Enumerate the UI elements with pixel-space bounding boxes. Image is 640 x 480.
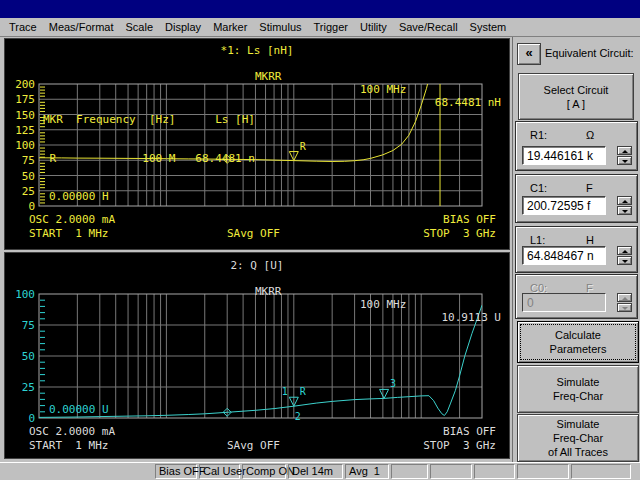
y-tick-label: 0	[7, 200, 35, 213]
simulate-freq-char-button[interactable]: SimulateFreq-Char	[517, 365, 639, 413]
field-group-c1: C1:F	[515, 174, 638, 223]
y-tick-label: 75	[7, 154, 35, 167]
spin-down-button[interactable]	[617, 206, 632, 215]
menu-display[interactable]: Display	[159, 21, 207, 33]
y-tick-label: 100	[7, 288, 35, 301]
y-tick-label: 50	[7, 350, 35, 363]
osc-level: OSC 2.0000 mA	[29, 425, 115, 438]
marker-name: MKRR	[255, 285, 282, 298]
osc-level: OSC 2.0000 mA	[29, 213, 115, 226]
status-empty-cell	[474, 464, 515, 479]
reference-value: 0.00000 U	[49, 403, 109, 416]
y-tick-label: 75	[7, 319, 35, 332]
stop-frequency: STOP 3 GHz	[423, 439, 496, 452]
marker-value: 10.9113 U	[441, 311, 501, 324]
spin-down-button[interactable]	[617, 256, 632, 265]
marker-frequency: 100 MHz	[360, 298, 406, 311]
collapse-sidebar-button[interactable]: «	[517, 43, 541, 65]
button-label: Simulate	[557, 417, 600, 431]
button-label: Simulate	[557, 375, 600, 389]
field-input-c1[interactable]	[522, 196, 606, 215]
y-tick-label: 125	[7, 124, 35, 137]
marker-name: MKRR	[255, 70, 282, 83]
button-label: Freq-Char	[553, 431, 603, 445]
status-empty-cell	[571, 464, 631, 479]
bias-status: BIAS OFF	[443, 213, 496, 226]
simulate-freq-char-of-all-traces-button[interactable]: SimulateFreq-Charof All Traces	[517, 414, 639, 462]
equivalent-circuit-sidebar: « Equivalent Circuit: Select Circuit[ A …	[512, 37, 640, 462]
marker-table-row: R 100 M 68.4481 n	[43, 152, 255, 165]
bias-status: BIAS OFF	[443, 425, 496, 438]
field-label: R1:	[530, 129, 547, 141]
status-bias-off: Bias OFF	[155, 464, 197, 479]
field-unit: Ω	[586, 129, 594, 141]
spin-up-button[interactable]	[617, 293, 632, 302]
field-label: L1:	[530, 234, 545, 246]
button-label: Calculate	[555, 328, 601, 342]
select-circuit-button[interactable]: Select Circuit[ A ]	[518, 73, 634, 120]
svg-text:1: 1	[282, 386, 288, 397]
sidebar-title: Equivalent Circuit:	[545, 47, 634, 59]
menu-meas-format[interactable]: Meas/Format	[43, 21, 120, 33]
spin-down-button[interactable]	[617, 303, 632, 312]
y-tick-label: 200	[7, 78, 35, 91]
start-frequency: START 1 MHz	[29, 227, 108, 240]
y-tick-label: 25	[7, 381, 35, 394]
y-tick-label: 50	[7, 170, 35, 183]
sweep-average-status: SAvg OFF	[227, 439, 280, 452]
field-label: C1:	[530, 182, 547, 194]
menu-utility[interactable]: Utility	[354, 21, 393, 33]
status-bar: Bias OFFCal UserComp ONDel 14mAvg 1	[0, 462, 640, 480]
status-empty-cell	[430, 464, 472, 479]
reference-value: 0.00000 H	[49, 190, 109, 203]
trace2-title: 2: Q [U]	[5, 259, 509, 272]
trace1-marker-readout: MKRR 100 MHz 68.4481 nH	[5, 57, 509, 69]
button-label: Parameters	[550, 342, 607, 356]
spin-up-button[interactable]	[617, 196, 632, 205]
y-tick-label: 175	[7, 93, 35, 106]
sweep-average-status: SAvg OFF	[227, 227, 280, 240]
button-label: of All Traces	[548, 445, 608, 459]
spin-down-button[interactable]	[617, 156, 632, 165]
field-input-r1[interactable]	[522, 146, 606, 165]
menu-trigger[interactable]: Trigger	[308, 21, 354, 33]
svg-text:2: 2	[295, 411, 301, 422]
field-group-r1: R1:Ω	[515, 121, 638, 171]
field-group-c0: C0:F	[515, 274, 638, 319]
marker-frequency: 100 MHz	[360, 83, 406, 96]
calculate-parameters-button[interactable]: CalculateParameters	[517, 321, 639, 363]
y-tick-label: 25	[7, 185, 35, 198]
svg-text:3: 3	[390, 378, 396, 389]
menu-stimulus[interactable]: Stimulus	[253, 21, 307, 33]
status-comp-on: Comp ON	[242, 464, 286, 479]
svg-text:R: R	[300, 141, 307, 152]
start-frequency: START 1 MHz	[29, 439, 108, 452]
menu-system[interactable]: System	[464, 21, 513, 33]
stop-frequency: STOP 3 GHz	[423, 227, 496, 240]
trace1-marker-table: MKR Frequency [Hz] Ls [H] R 100 M 68.448…	[43, 87, 255, 191]
field-spinner	[617, 196, 632, 215]
menu-scale[interactable]: Scale	[120, 21, 160, 33]
status-empty-cell	[391, 464, 428, 479]
field-input-l1[interactable]	[522, 246, 606, 265]
menu-trace[interactable]: Trace	[3, 21, 43, 33]
y-tick-label: 100	[7, 139, 35, 152]
status-cal-user: Cal User	[199, 464, 240, 479]
svg-text:R: R	[300, 386, 307, 397]
field-spinner	[617, 146, 632, 165]
field-unit: H	[586, 234, 594, 246]
trace2-window: R123 2: Q [U] MKRR 100 MHz 10.9113 U 0.0…	[4, 252, 510, 459]
field-group-l1: L1:H	[515, 226, 638, 273]
menu-marker[interactable]: Marker	[207, 21, 253, 33]
y-tick-label: 0	[7, 412, 35, 425]
menu-bar: TraceMeas/FormatScaleDisplayMarkerStimul…	[0, 18, 640, 37]
status-del-14m: Del 14m	[288, 464, 343, 479]
spin-up-button[interactable]	[617, 246, 632, 255]
analyzer-screen: Trace 1 - E4991A RF Impedance/Material A…	[0, 0, 640, 480]
trace1-title: *1: Ls [nH]	[5, 44, 509, 57]
field-spinner	[617, 293, 632, 312]
menu-save-recall[interactable]: Save/Recall	[393, 21, 464, 33]
spin-up-button[interactable]	[617, 146, 632, 155]
field-input-c0[interactable]	[522, 293, 606, 312]
select-circuit-label: [ A ]	[567, 97, 585, 111]
